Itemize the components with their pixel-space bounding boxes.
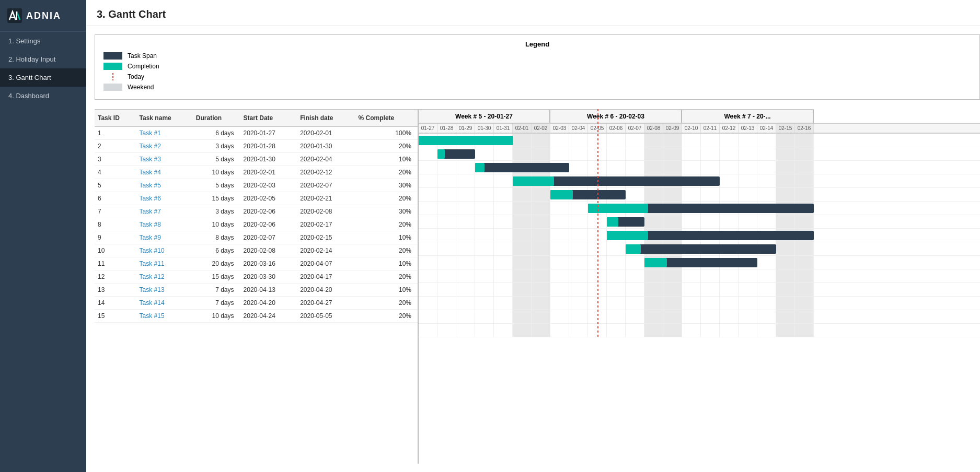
table-cell[interactable]: Task #13 [136,284,193,297]
table-cell: 1 [95,126,136,140]
table-cell: 2020-02-17 [297,218,355,231]
gantt-cell [419,215,437,228]
sidebar-item[interactable]: 3. Gantt Chart [0,68,86,87]
gantt-cell [739,174,757,187]
gantt-cell [682,161,701,174]
gantt-cell [757,324,776,337]
gantt-cell [607,242,626,255]
gantt-cell [776,188,795,201]
gantt-cell [513,283,532,296]
gantt-cell [513,188,532,201]
gantt-cell [513,256,532,269]
gantt-chart[interactable]: Week # 5 - 20-01-27Week # 6 - 20-02-03We… [419,109,980,464]
table-cell[interactable]: Task #14 [136,297,193,310]
gantt-cell [494,188,513,201]
table-row: 14Task #147 days2020-04-202020-04-2720% [95,297,418,310]
table-cell[interactable]: Task #4 [136,166,193,179]
table-cell[interactable]: Task #8 [136,218,193,231]
day-header-cell: 01-28 [437,124,456,133]
gantt-cell [569,229,588,242]
gantt-cell [795,161,814,174]
table-cell[interactable]: Task #15 [136,310,193,323]
sidebar-item[interactable]: 2. Holiday Input [0,50,86,68]
gantt-cell [437,215,456,228]
gantt-row [419,242,980,256]
table-cell: 2020-02-14 [297,244,355,257]
table-cell: 15 [95,310,136,323]
table-row: 12Task #1215 days2020-03-302020-04-1720% [95,270,418,284]
gantt-row [419,269,980,283]
legend-box: Legend Task Span Completion Today Weeken… [95,34,980,100]
table-cell[interactable]: Task #1 [136,126,193,140]
gantt-cell [626,283,644,296]
gantt-cell [437,269,456,282]
gantt-cell [795,174,814,187]
table-body: 1Task #16 days2020-01-272020-02-01100%2T… [95,126,418,323]
gantt-cell [739,297,757,310]
gantt-cell [739,269,757,282]
table-cell: 30% [355,205,418,218]
table-cell[interactable]: Task #10 [136,244,193,257]
table-cell: 2020-02-01 [297,126,355,140]
gantt-cell [475,256,494,269]
gantt-cell [607,161,626,174]
gantt-cell [532,324,550,337]
gantt-cell [532,310,550,323]
table-cell[interactable]: Task #9 [136,231,193,244]
gantt-cell [550,147,569,160]
day-header-cell: 02-07 [626,124,644,133]
table-cell: 2020-04-20 [297,284,355,297]
gantt-cell [626,161,644,174]
gantt-cell [419,310,437,323]
gantt-cell [456,161,475,174]
gantt-cell [419,147,437,160]
gantt-cell [475,229,494,242]
table-cell: 2020-04-24 [240,310,297,323]
gantt-cell [607,310,626,323]
task-span-bar [475,163,569,172]
table-cell: 5 days [193,179,240,192]
gantt-cell [757,147,776,160]
sidebar-item[interactable]: 1. Settings [0,32,86,50]
table-cell[interactable]: Task #3 [136,153,193,166]
page-title: 3. Gantt Chart [86,0,980,26]
gantt-inner: Week # 5 - 20-01-27Week # 6 - 20-02-03We… [419,109,980,337]
table-cell[interactable]: Task #12 [136,270,193,284]
table-cell[interactable]: Task #5 [136,179,193,192]
table-cell: 15 days [193,270,240,284]
table-row: 1Task #16 days2020-01-272020-02-01100% [95,126,418,140]
table-cell[interactable]: Task #6 [136,192,193,205]
gantt-cell [644,269,663,282]
table-cell: 3 days [193,205,240,218]
table-cell: 20 days [193,257,240,270]
table-cell: 14 [95,297,136,310]
table-cell: 2020-02-05 [240,192,297,205]
gantt-cell [437,310,456,323]
table-cell: 2020-01-30 [297,140,355,153]
gantt-cell [776,147,795,160]
table-cell: 20% [355,297,418,310]
table-cell[interactable]: Task #11 [136,257,193,270]
gantt-cell [644,147,663,160]
table-cell[interactable]: Task #2 [136,140,193,153]
table-cell: 10% [355,257,418,270]
gantt-cell [513,310,532,323]
gantt-cell [682,324,701,337]
table-cell[interactable]: Task #7 [136,205,193,218]
table-cell: 6 days [193,244,240,257]
gantt-cell [626,188,644,201]
table-row: 2Task #23 days2020-01-282020-01-3020% [95,140,418,153]
gantt-cell [494,242,513,255]
gantt-cell [701,147,720,160]
gantt-cell [682,283,701,296]
gantt-cell [437,283,456,296]
table-cell: 7 days [193,297,240,310]
gantt-cell [795,134,814,147]
day-header-cell: 01-31 [494,124,513,133]
sidebar-item[interactable]: 4. Dashboard [0,87,86,105]
gantt-cell [494,202,513,215]
table-cell: 20% [355,310,418,323]
gantt-cell [795,256,814,269]
gantt-cell [607,283,626,296]
gantt-cell [419,161,437,174]
